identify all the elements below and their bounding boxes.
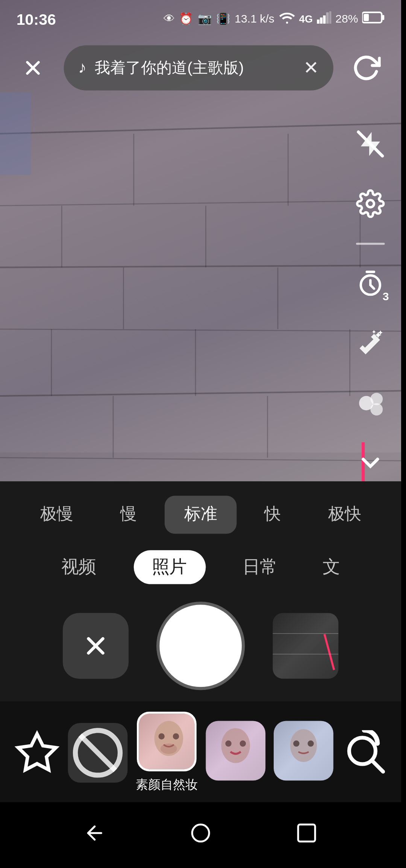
svg-rect-23 [317,20,320,24]
svg-rect-26 [326,12,329,24]
svg-point-45 [161,744,177,754]
speed-item-very-fast[interactable]: 极快 [309,496,381,534]
svg-line-43 [80,735,115,771]
favorites-button[interactable] [14,730,59,775]
refresh-button[interactable] [344,45,389,90]
signal-icon [317,11,331,26]
svg-point-53 [308,740,314,746]
battery-percent: 28% [335,12,358,25]
svg-line-4 [0,391,401,396]
svg-line-2 [0,265,401,267]
svg-rect-20 [0,92,31,175]
shutter-button[interactable] [159,605,242,687]
recent-button[interactable] [284,811,329,856]
speed-item-standard[interactable]: 标准 [165,496,237,534]
vibrate-icon: 📳 [216,12,230,25]
alarm-icon: ⏰ [179,12,193,25]
svg-point-49 [225,740,231,746]
beauty-button[interactable] [350,383,391,423]
filter-thumb-natural [137,712,197,771]
filter-item-3[interactable] [274,720,333,785]
wifi-icon [279,11,295,26]
music-title: 我着了你的道(主歌版) [95,58,295,78]
flash-off-button[interactable] [350,123,391,164]
status-bar: 10:36 👁 ⏰ 📷 📳 13.1 k/s 4G [0,0,401,37]
filter-label-natural: 素颜自然妆 [136,776,197,794]
sidebar-divider [356,243,385,245]
shutter-row [0,596,401,701]
bottom-controls: 极慢 慢 标准 快 极快 视频 照片 日常 文 [0,481,401,868]
battery-icon [362,11,385,26]
mode-video[interactable]: 视频 [53,551,105,583]
svg-rect-29 [382,15,384,20]
right-sidebar: 3 ✦ ✦ ✦ [350,123,391,483]
gallery-thumbnail[interactable] [273,613,338,679]
camera-icon: 📷 [198,12,212,25]
chevron-down-button[interactable] [350,442,391,483]
speed-item-very-slow[interactable]: 极慢 [21,496,93,534]
svg-point-47 [173,733,179,739]
timer-count-badge: 3 [383,290,389,302]
svg-line-5 [0,458,401,461]
status-time: 10:36 [17,10,56,27]
svg-rect-30 [364,14,369,21]
timer-button[interactable]: 3 [350,263,391,304]
filter-search-button[interactable] [342,730,387,775]
svg-rect-25 [323,15,326,24]
settings-button[interactable] [350,183,391,224]
svg-point-50 [240,740,246,746]
home-button[interactable] [178,811,223,856]
screen: 10:36 👁 ⏰ 📷 📳 13.1 k/s 4G [0,0,401,868]
cancel-button[interactable] [63,613,129,679]
back-button[interactable] [72,811,117,856]
svg-point-48 [221,727,250,762]
status-icons: 👁 ⏰ 📷 📳 13.1 k/s 4G 28% [164,11,385,26]
svg-point-52 [293,740,299,746]
svg-rect-57 [298,824,315,841]
svg-point-32 [367,200,374,207]
data-icon: 4G [299,13,313,24]
magic-wand-button[interactable]: ✦ ✦ ✦ [350,323,391,364]
music-close-button[interactable]: ✕ [303,57,319,79]
network-speed: 13.1 k/s [235,12,274,25]
svg-line-55 [373,761,383,772]
mode-photo[interactable]: 照片 [133,550,205,584]
gallery-thumb-preview [273,613,338,679]
svg-line-0 [0,123,401,133]
svg-rect-27 [329,11,331,24]
speed-selector: 极慢 慢 标准 快 极快 [0,481,401,544]
svg-point-46 [158,733,164,739]
filter-item-2[interactable] [206,720,265,785]
svg-point-56 [192,824,209,841]
close-button[interactable] [12,47,53,88]
no-filter-button[interactable] [68,723,128,783]
music-note-icon: ♪ [78,59,86,77]
svg-line-3 [0,329,401,331]
filter-item-natural[interactable]: 素颜自然妆 [136,712,197,794]
filter-thumb-3 [274,720,333,780]
svg-rect-24 [320,18,323,24]
speed-item-slow[interactable]: 慢 [92,496,165,534]
speed-item-fast[interactable]: 快 [237,496,309,534]
mode-selector: 视频 照片 日常 文 [0,544,401,597]
svg-point-39 [370,403,383,416]
mode-daily[interactable]: 日常 [234,551,286,583]
eye-icon: 👁 [164,12,175,25]
top-bar: ♪ 我着了你的道(主歌版) ✕ [0,37,401,99]
svg-text:✦: ✦ [372,329,377,335]
nav-bar [0,802,401,868]
filter-thumb-2 [206,720,265,780]
filter-bar: 素颜自然妆 [0,702,401,802]
mode-text[interactable]: 文 [314,551,348,583]
music-pill[interactable]: ♪ 我着了你的道(主歌版) ✕ [64,45,333,90]
svg-line-1 [0,201,401,206]
svg-text:✦: ✦ [377,329,383,337]
